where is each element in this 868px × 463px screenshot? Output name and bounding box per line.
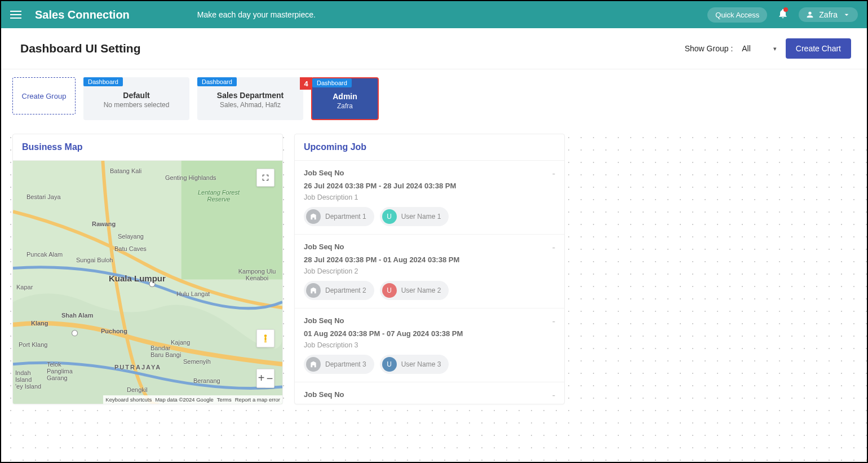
department-name: Department 2 [325, 286, 366, 294]
department-chip[interactable]: Department 3 [304, 355, 374, 374]
panel-title-jobs: Upcoming Job [295, 134, 564, 161]
map-label-shah-alam: Shah Alam [61, 312, 93, 319]
map-label-selayang: Selayang [118, 233, 144, 240]
map-label-kl: Kuala Lumpur [109, 274, 166, 283]
job-seq: Job Seq No [304, 390, 555, 399]
job-seq: Job Seq No [304, 169, 555, 177]
business-map-panel: Business Map Kuala Lumpur Shah Alam Klan… [12, 134, 283, 404]
user-chip[interactable]: U User Name 2 [380, 281, 449, 300]
create-group-button[interactable]: Create Group [12, 77, 76, 114]
job-time: 28 Jul 2024 03:38 PM - 01 Aug 2024 03:38… [304, 255, 555, 264]
group-card-admin-wrapper: 4 Dashboard Admin Zafra [311, 77, 379, 120]
brand-title: Sales Connection [35, 8, 130, 21]
map-attrib-shortcuts[interactable]: Keyboard shortcuts [105, 396, 152, 403]
building-icon [306, 209, 321, 224]
upcoming-job-panel: Upcoming Job - Job Seq No 26 Jul 2024 03… [294, 134, 565, 404]
map-label-klang: Klang [31, 320, 48, 327]
job-menu-icon[interactable]: - [552, 242, 555, 253]
map-zoom-in-button[interactable]: + [257, 369, 265, 387]
map-fullscreen-icon[interactable] [256, 169, 274, 187]
map-label-indah: Indah Island [15, 369, 38, 383]
group-title: Default [89, 91, 184, 100]
user-menu[interactable]: Zafra [799, 7, 858, 22]
map-label-sungai-buloh: Sungai Buloh [76, 257, 113, 263]
group-subtitle: Sales, Ahmad, Hafiz [203, 101, 298, 109]
map-label-dengkil: Dengkil [127, 386, 148, 393]
svg-rect-7 [265, 341, 266, 343]
group-badge: Dashboard [312, 78, 352, 87]
svg-point-4 [264, 334, 267, 337]
user-chip[interactable]: U User Name 1 [380, 207, 449, 226]
user-avatar-icon: U [382, 283, 397, 298]
chevron-down-icon: ▾ [773, 45, 777, 52]
map-label-kampong: Kampong Ulu Kenaboi [237, 268, 277, 281]
group-subtitle: No members selected [89, 101, 184, 109]
notifications-bell-icon[interactable] [777, 8, 789, 21]
job-seq: Job Seq No [304, 316, 555, 325]
group-badge: Dashboard [83, 77, 123, 86]
map-attrib-report[interactable]: Report a map error [235, 396, 280, 403]
job-item[interactable]: - Job Seq No [295, 382, 564, 404]
job-item[interactable]: - Job Seq No 26 Jul 2024 03:38 PM - 28 J… [295, 161, 564, 235]
job-menu-icon[interactable]: - [552, 316, 555, 327]
svg-point-2 [72, 330, 78, 336]
create-chart-button[interactable]: Create Chart [786, 38, 851, 59]
job-desc: Job Description 3 [304, 341, 555, 349]
map-attrib-data: Map data ©2024 Google [155, 396, 214, 403]
department-name: Department 1 [325, 213, 366, 221]
map-attrib-terms[interactable]: Terms [217, 396, 232, 403]
building-icon [306, 283, 321, 298]
map-label-rawang: Rawang [92, 221, 116, 227]
job-menu-icon[interactable]: - [552, 169, 555, 179]
user-name: User Name 2 [401, 286, 441, 294]
job-time: 26 Jul 2024 03:38 PM - 28 Jul 2024 03:38… [304, 182, 555, 190]
map-label-putrajaya: PUTRAJAYA [114, 364, 161, 371]
chevron-down-icon [842, 10, 851, 19]
svg-rect-6 [265, 341, 265, 343]
map-label-kapar: Kapar [16, 284, 33, 290]
job-menu-icon[interactable]: - [552, 390, 555, 400]
page-header-actions: Show Group : All ▾ Create Chart [685, 38, 851, 59]
map-label-lentang: Lentang Forest Reserve [193, 189, 244, 202]
topbar: Sales Connection Make each day your mast… [1, 1, 867, 28]
map-label-ey-island: 'ey Island [15, 383, 41, 390]
map-pegman-icon[interactable] [256, 329, 274, 347]
group-title: Admin [318, 92, 372, 101]
job-item[interactable]: - Job Seq No 28 Jul 2024 03:38 PM - 01 A… [295, 235, 564, 308]
map-body[interactable]: Kuala Lumpur Shah Alam Klang Port Klang … [13, 161, 282, 404]
map-label-bandar: Bandar Baru Bangi [150, 345, 184, 358]
job-time: 01 Aug 2024 03:38 PM - 07 Aug 2024 03:38… [304, 329, 555, 338]
map-zoom-out-button[interactable]: − [265, 369, 274, 387]
svg-rect-5 [265, 337, 267, 341]
map-attribution: Keyboard shortcuts Map data ©2024 Google… [103, 395, 282, 404]
map-label-batang-kali: Batang Kali [110, 167, 141, 174]
show-group-select[interactable]: All ▾ [742, 44, 777, 53]
hamburger-menu-icon[interactable] [10, 11, 21, 19]
jobs-list: - Job Seq No 26 Jul 2024 03:38 PM - 28 J… [295, 161, 564, 404]
group-card-sales-department[interactable]: Dashboard Sales Department Sales, Ahmad,… [197, 77, 303, 120]
show-group-label: Show Group : [685, 44, 733, 53]
map-label-bestari: Bestari Jaya [26, 193, 61, 200]
tagline-text: Make each day your masterpiece. [197, 10, 707, 19]
department-name: Department 3 [325, 360, 366, 368]
map-label-beranang: Beranang [193, 377, 220, 384]
job-chips: Department 2 U User Name 2 [304, 281, 555, 300]
show-group-value: All [742, 44, 751, 53]
groups-row: Create Group Dashboard Default No member… [1, 69, 867, 128]
group-title: Sales Department [203, 91, 298, 100]
user-name: Zafra [819, 10, 838, 19]
job-chips: Department 3 U User Name 3 [304, 355, 555, 374]
job-item[interactable]: - Job Seq No 01 Aug 2024 03:38 PM - 07 A… [295, 308, 564, 382]
panel-title-map: Business Map [13, 134, 282, 161]
map-zoom-controls: + − [256, 369, 274, 388]
department-chip[interactable]: Department 1 [304, 207, 374, 226]
group-card-default[interactable]: Dashboard Default No members selected [83, 77, 189, 120]
map-label-genting: Genting Highlands [165, 174, 216, 181]
quick-access-button[interactable]: Quick Access [707, 7, 767, 23]
group-card-admin[interactable]: 4 Dashboard Admin Zafra [311, 77, 379, 120]
map-label-puchong: Puchong [101, 328, 127, 334]
user-avatar-icon: U [382, 209, 397, 224]
user-chip[interactable]: U User Name 3 [380, 355, 449, 374]
department-chip[interactable]: Department 2 [304, 281, 374, 300]
content-area: Business Map Kuala Lumpur Shah Alam Klan… [1, 128, 867, 461]
